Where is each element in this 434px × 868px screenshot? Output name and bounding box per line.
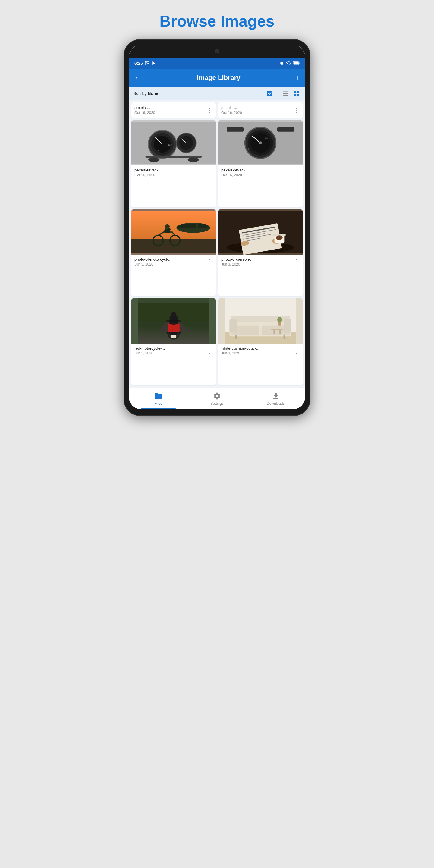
svg-rect-45 [164, 228, 170, 233]
svg-rect-26 [146, 156, 202, 158]
svg-rect-16 [294, 94, 296, 96]
phone-frame: 6:25 ← Image LIbrary [124, 39, 310, 416]
grid-item-2-date: Jun 3, 2020 [134, 262, 207, 267]
svg-rect-13 [283, 95, 288, 96]
grid-item-0[interactable]: 0 120 [131, 120, 216, 207]
svg-rect-8 [293, 62, 298, 65]
svg-marker-2 [152, 61, 155, 65]
download-icon [272, 392, 280, 400]
back-button[interactable]: ← [134, 73, 142, 83]
svg-rect-15 [297, 91, 299, 93]
grid-item-2-more[interactable]: ⋮ [207, 258, 213, 265]
svg-text:120: 120 [168, 144, 172, 146]
svg-text:0: 0 [158, 149, 159, 152]
grid-item-3-info: photo-of-person-... Jun 3, 2020 ⋮ [218, 255, 303, 269]
grid-item-0-date: Oct 16, 2020 [134, 173, 207, 177]
svg-rect-9 [299, 62, 300, 64]
grid-item-5-info: white-cushion-couc-... Jun 3, 2020 ⋮ [218, 344, 303, 358]
list-item-1-meta: pexels-... Oct 16, 2020 [221, 105, 293, 115]
grid-item-2-info: photo-of-motorcycl-... Jun 3, 2020 ⋮ [131, 255, 216, 269]
grid-item-1-info: pexels-revac-... Oct 16, 2020 ⋮ [218, 165, 303, 180]
grid-item-3[interactable]: photo-of-person-... Jun 3, 2020 ⋮ [218, 210, 303, 296]
vibrate-icon [280, 61, 284, 66]
app-bar-title: Image LIbrary [142, 74, 296, 82]
battery-icon [293, 61, 300, 65]
list-item-1-name: pexels-... [221, 105, 293, 110]
status-left: 6:25 [134, 61, 156, 66]
grid-item-1-meta: pexels-revac-... Oct 16, 2020 [221, 168, 293, 177]
svg-rect-65 [167, 323, 179, 332]
grid-item-1-more[interactable]: ⋮ [293, 169, 300, 176]
list-item-0-meta: pexels-... Oct 16, 2020 [134, 105, 207, 115]
svg-rect-41 [196, 223, 198, 230]
play-status-icon [151, 61, 156, 66]
grid-item-0-more[interactable]: ⋮ [207, 169, 213, 176]
nav-settings[interactable]: Settings [188, 388, 247, 409]
grid-item-5-thumb [218, 299, 303, 344]
svg-rect-83 [279, 330, 281, 334]
svg-point-27 [148, 158, 159, 162]
status-bar: 6:25 [129, 58, 305, 69]
svg-point-28 [188, 158, 199, 162]
svg-point-33 [259, 141, 261, 144]
gear-icon [213, 392, 221, 400]
svg-text:160: 160 [265, 137, 268, 139]
sort-icons [266, 89, 301, 98]
list-item-0-more[interactable]: ⋮ [207, 107, 213, 114]
svg-text:0: 0 [248, 148, 249, 150]
grid-item-2-thumb [131, 210, 216, 255]
status-time: 6:25 [134, 61, 143, 66]
svg-rect-10 [267, 91, 273, 96]
svg-rect-69 [171, 336, 176, 338]
sort-value: None [148, 91, 158, 96]
grid-item-0-info: pexels-revac-... Oct 16, 2020 ⋮ [131, 165, 216, 180]
svg-rect-77 [229, 319, 237, 333]
check-icon[interactable] [266, 89, 274, 98]
grid-item-4-thumb [131, 299, 216, 344]
grid-item-5-more[interactable]: ⋮ [293, 347, 300, 354]
bottom-nav: Files Settings Downloads [129, 388, 305, 409]
list-view-button[interactable] [281, 89, 290, 98]
list-item-1[interactable]: pexels-... Oct 16, 2020 ⋮ [218, 102, 303, 118]
grid-item-2-meta: photo-of-motorcycl-... Jun 3, 2020 [134, 257, 207, 267]
grid-item-1-name: pexels-revac-... [221, 168, 293, 173]
phone-inner: 6:25 ← Image LIbrary [129, 44, 305, 409]
svg-rect-82 [273, 330, 275, 334]
svg-rect-81 [271, 329, 283, 330]
grid-item-4-info: red-motorcycle-... Jun 3, 2020 ⋮ [131, 344, 216, 358]
grid-view-button[interactable] [292, 89, 301, 98]
grid-item-4-more[interactable]: ⋮ [207, 347, 213, 354]
grid-item-5-date: Jun 3, 2020 [221, 351, 293, 355]
status-right [280, 61, 300, 66]
list-item-0-date: Oct 16, 2020 [134, 111, 207, 115]
grid-item-4-meta: red-motorcycle-... Jun 3, 2020 [134, 346, 207, 355]
app-bar: ← Image LIbrary + [129, 69, 305, 87]
grid-item-2-name: photo-of-motorcycl-... [134, 257, 207, 261]
list-item-1-more[interactable]: ⋮ [293, 107, 300, 114]
grid-item-3-name: photo-of-person-... [221, 257, 293, 261]
grid-item-5[interactable]: white-cushion-couc-... Jun 3, 2020 ⋮ [218, 299, 303, 385]
svg-rect-37 [277, 127, 294, 132]
sort-label: Sort by None [133, 91, 158, 96]
sort-bar: Sort by None [129, 87, 305, 100]
grid-item-2[interactable]: photo-of-motorcycl-... Jun 3, 2020 ⋮ [131, 210, 216, 296]
nav-downloads[interactable]: Downloads [246, 388, 305, 409]
list-item-0-name: pexels-... [134, 105, 207, 110]
list-item-0[interactable]: pexels-... Oct 16, 2020 ⋮ [131, 102, 216, 118]
page-title: Browse Images [159, 0, 275, 39]
folder-icon [154, 392, 162, 400]
svg-rect-14 [294, 91, 296, 93]
add-button[interactable]: + [296, 73, 300, 83]
nav-files[interactable]: Files [129, 388, 188, 409]
grid-item-4-name: red-motorcycle-... [134, 346, 207, 350]
nav-settings-label: Settings [210, 401, 223, 406]
svg-point-68 [171, 312, 177, 318]
content: pexels-... Oct 16, 2020 ⋮ pexels-... Oct… [129, 100, 305, 388]
svg-rect-12 [283, 93, 288, 94]
grid-item-4[interactable]: red-motorcycle-... Jun 3, 2020 ⋮ [131, 299, 216, 385]
grid-item-1[interactable]: 0 160 pexels-revac-... Oct 16, 2020 [218, 120, 303, 207]
svg-rect-3 [281, 62, 283, 64]
grid-item-3-more[interactable]: ⋮ [293, 258, 300, 265]
grid-item-0-thumb: 0 120 [131, 120, 216, 165]
image-status-icon [145, 61, 150, 66]
